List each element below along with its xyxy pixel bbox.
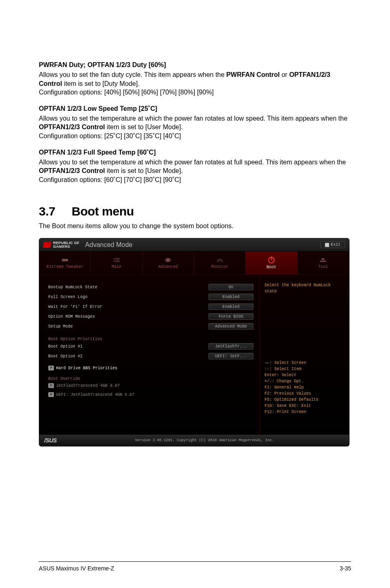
exit-icon — [325, 243, 329, 247]
text: Allows you to set the fan duty cycle. Th… — [39, 71, 226, 78]
bold: OPTFAN1/2/3 Control — [39, 123, 105, 130]
svg-point-12 — [220, 261, 220, 262]
help-key: Enter: Select — [264, 372, 344, 378]
link-label: UEFI: JetFlashTranscend 4GB 8.07 — [56, 393, 134, 397]
config-options: Configuration options: [60˚C] [70˚C] [80… — [39, 176, 181, 183]
bios-titlebar: REPUBLIC OF GAMERS Advanced Mode Exit — [39, 238, 349, 251]
tab-main[interactable]: Main — [91, 251, 142, 274]
chip-icon — [164, 257, 172, 263]
svg-rect-0 — [62, 259, 68, 261]
svg-rect-14 — [322, 258, 324, 260]
link-hdd-bbs[interactable]: > Hard Drive BBS Priorities — [48, 364, 253, 373]
text: item is set to [Duty Mode]. — [62, 80, 139, 87]
setting-value[interactable]: Force BIOS — [208, 313, 253, 320]
setting-value[interactable]: JetFlashTr... — [208, 343, 253, 350]
bold: PWRFAN Control — [226, 71, 280, 78]
help-key: F12: Print Screen — [264, 409, 344, 415]
boot-priorities-heading: Boot Option Priorities — [48, 337, 253, 341]
tab-boot[interactable]: Boot — [246, 251, 297, 274]
help-key: F10: Save ESC: Exit — [264, 403, 344, 409]
svg-rect-1 — [113, 258, 114, 259]
section-pwrfan: PWRFAN Duty; OPTFAN 1/2/3 Duty [60%] All… — [39, 61, 351, 97]
logo-line2: GAMERS — [53, 245, 79, 249]
setting-numlock[interactable]: Bootup NumLock State On — [48, 282, 253, 292]
body-fullspeed: Allows you to set the temperature at whi… — [39, 158, 351, 184]
help-description: Select the keyboard NumLock state — [264, 282, 344, 294]
override-item-2[interactable]: > UEFI: JetFlashTranscend 4GB 8.07 — [48, 390, 253, 399]
setting-value[interactable]: On — [208, 284, 253, 290]
setting-label: Boot Option #2 — [48, 354, 83, 359]
link-label: Hard Drive BBS Priorities — [56, 366, 117, 370]
section-number: 3.7 — [39, 204, 55, 218]
section-description: The Boot menu items allow you to change … — [39, 222, 351, 230]
setting-label: Boot Option #1 — [48, 344, 83, 349]
tool-icon — [319, 257, 327, 263]
help-key: +/-: Change Opt. — [264, 378, 344, 384]
chevron-right-icon: > — [48, 366, 54, 370]
tab-label: Monitor — [211, 265, 229, 269]
setting-value[interactable]: Enabled — [208, 303, 253, 310]
help-keys: →←: Select Screen ↑↓: Select Item Enter:… — [264, 360, 344, 415]
setting-value[interactable]: Enabled — [208, 294, 253, 300]
bios-footer: /SUS Version 2.00.1201. Copyright (C) 20… — [39, 435, 349, 446]
setting-label: Full Screen Logo — [48, 295, 87, 299]
help-key: F5: Optimized Defaults — [264, 397, 344, 403]
bios-body: Bootup NumLock State On Full Screen Logo… — [39, 274, 349, 435]
link-label: JetFlashTranscend 4GB 8.07 — [56, 384, 120, 388]
config-options: Configuration options: [25˚C] [30˚C] [35… — [39, 132, 181, 139]
body-lowspeed: Allows you to set the temperature at whi… — [39, 114, 351, 141]
bios-screenshot: REPUBLIC OF GAMERS Advanced Mode Exit Ex… — [39, 238, 350, 447]
override-item-1[interactable]: > JetFlashTranscend 4GB 8.07 — [48, 381, 253, 390]
setting-value[interactable]: UEFI: JetF... — [208, 353, 253, 359]
text: or — [280, 71, 289, 78]
svg-rect-8 — [165, 259, 166, 260]
setting-wait-f1[interactable]: Wait For 'F1' If Error Enabled — [48, 302, 253, 312]
list-icon — [113, 257, 120, 263]
section-lowspeed: OPTFAN 1/2/3 Low Speed Temp [25˚C] Allow… — [39, 105, 351, 141]
svg-rect-6 — [115, 261, 120, 262]
footer-product: ASUS Maximus IV Extreme-Z — [39, 565, 114, 572]
exit-label: Exit — [331, 242, 341, 247]
exit-button[interactable]: Exit — [321, 241, 345, 248]
help-key: →←: Select Screen — [264, 360, 344, 366]
svg-rect-13 — [320, 260, 326, 262]
chevron-right-icon: > — [48, 383, 54, 388]
svg-rect-9 — [165, 260, 166, 261]
tab-label: Extreme Tweaker — [47, 265, 83, 269]
svg-rect-5 — [113, 261, 114, 262]
setting-label: Wait For 'F1' If Error — [48, 305, 102, 309]
text: item is set to [User Mode]. — [105, 123, 183, 130]
tab-label: Boot — [267, 265, 276, 269]
setting-setup-mode[interactable]: Setup Mode Advanced Mode — [48, 321, 253, 331]
setting-label: Setup Mode — [48, 324, 73, 329]
bios-version-text: Version 2.00.1201. Copyright (C) 2010 Am… — [65, 438, 344, 442]
help-key: F2: Previous Values — [264, 391, 344, 397]
bios-help-panel: Select the keyboard NumLock state →←: Se… — [259, 274, 349, 435]
tab-advanced[interactable]: Advanced — [143, 251, 194, 274]
bios-settings-panel: Bootup NumLock State On Full Screen Logo… — [39, 274, 259, 435]
svg-rect-10 — [170, 259, 171, 260]
boot-option-2[interactable]: Boot Option #2 UEFI: JetF... — [48, 351, 253, 361]
section-name: Boot menu — [72, 204, 134, 218]
tab-extreme-tweaker[interactable]: Extreme Tweaker — [39, 251, 91, 274]
tab-monitor[interactable]: Monitor — [194, 251, 246, 274]
tab-label: Advanced — [158, 265, 178, 269]
setting-label: Option ROM Messages — [48, 314, 95, 319]
help-key: ↑↓: Select Item — [264, 366, 344, 372]
tab-tool[interactable]: Tool — [298, 251, 349, 274]
text: Allows you to set the temperature at whi… — [39, 159, 346, 166]
chevron-right-icon: > — [48, 392, 54, 397]
svg-rect-11 — [170, 260, 171, 261]
tweaker-icon — [61, 257, 69, 263]
setting-option-rom[interactable]: Option ROM Messages Force BIOS — [48, 312, 253, 321]
heading-lowspeed: OPTFAN 1/2/3 Low Speed Temp [25˚C] — [39, 105, 351, 112]
spacer — [264, 294, 344, 360]
heading-fullspeed: OPTFAN 1/2/3 Full Speed Temp [60˚C] — [39, 149, 351, 156]
config-options: Configuration options: [40%] [50%] [60%]… — [39, 89, 214, 96]
boot-option-1[interactable]: Boot Option #1 JetFlashTr... — [48, 341, 253, 351]
setting-fullscreen-logo[interactable]: Full Screen Logo Enabled — [48, 292, 253, 302]
bios-logo: REPUBLIC OF GAMERS Advanced Mode — [43, 241, 132, 249]
asus-logo: /SUS — [44, 437, 57, 444]
setting-value[interactable]: Advanced Mode — [208, 323, 253, 330]
gauge-icon — [216, 257, 224, 263]
